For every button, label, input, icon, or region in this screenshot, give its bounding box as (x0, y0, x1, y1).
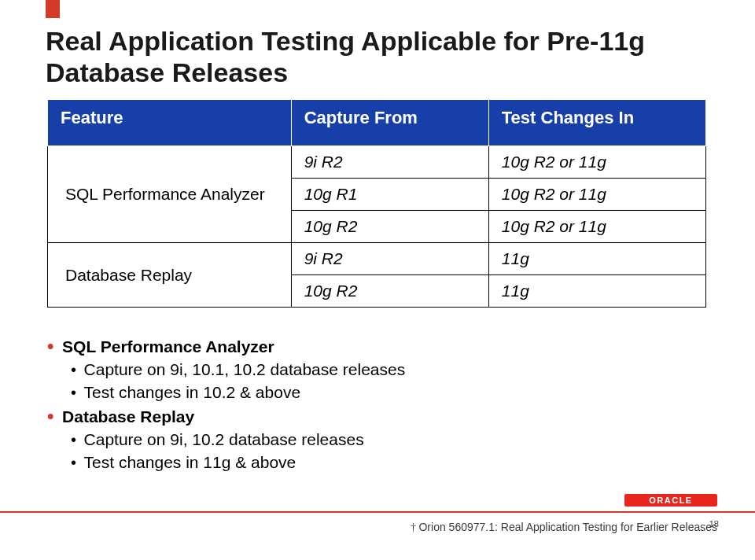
cell-test: 11g (488, 243, 705, 275)
page-title: Real Application Testing Applicable for … (46, 25, 691, 88)
bullet-dbr: Database Replay (47, 403, 405, 429)
table-header-row: Feature Capture From Test Changes In (48, 100, 706, 146)
footer-note: † Orion 560977.1: Real Application Testi… (411, 521, 717, 534)
oracle-logo-text: ORACLE (649, 496, 692, 505)
cell-capture: 9i R2 (291, 146, 488, 179)
cell-capture: 10g R2 (291, 211, 488, 243)
col-capture: Capture From (291, 100, 488, 146)
table-row: Database Replay 9i R2 11g (48, 243, 706, 275)
cell-capture: 10g R2 (291, 275, 488, 308)
col-feature: Feature (48, 100, 292, 146)
accent-bar (46, 0, 60, 18)
cell-capture: 9i R2 (291, 243, 488, 275)
cell-capture: 10g R1 (291, 179, 488, 211)
bullet-spa-capture: Capture on 9i, 10.1, 10.2 database relea… (47, 359, 405, 381)
bullet-dbr-capture: Capture on 9i, 10.2 database releases (47, 429, 405, 451)
cell-feature-spa: SQL Performance Analyzer (48, 146, 292, 243)
bullet-dbr-test: Test changes in 11g & above (47, 451, 405, 473)
footer-divider (0, 511, 755, 513)
bullet-spa-test: Test changes in 10.2 & above (47, 381, 405, 403)
oracle-logo: ORACLE (624, 494, 717, 507)
cell-test: 11g (488, 275, 705, 308)
table-row: SQL Performance Analyzer 9i R2 10g R2 or… (48, 146, 706, 179)
cell-feature-dbr: Database Replay (48, 243, 292, 308)
footer-dagger: † (411, 521, 419, 533)
bullet-spa: SQL Performance Analyzer (47, 333, 405, 359)
feature-table: Feature Capture From Test Changes In SQL… (47, 99, 706, 308)
footer-text: Orion 560977.1: Real Application Testing… (418, 521, 717, 533)
cell-test: 10g R2 or 11g (488, 179, 705, 211)
cell-test: 10g R2 or 11g (488, 146, 705, 179)
cell-test: 10g R2 or 11g (488, 211, 705, 243)
col-test: Test Changes In (488, 100, 705, 146)
page-number: 18 (709, 519, 719, 529)
bullet-list: SQL Performance Analyzer Capture on 9i, … (47, 333, 405, 473)
